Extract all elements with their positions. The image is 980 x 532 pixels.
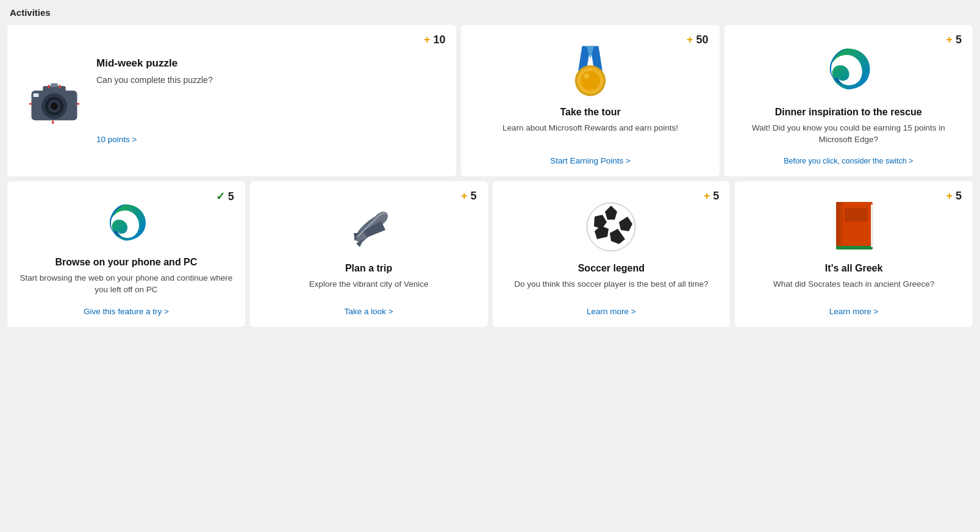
svg-rect-7	[48, 85, 50, 88]
card-body-greek: It's all Greek What did Socrates teach i…	[746, 254, 962, 296]
svg-point-19	[584, 74, 589, 79]
card-link-greek[interactable]: Learn more >	[829, 296, 879, 316]
svg-rect-30	[845, 208, 868, 221]
card-body-tour: Take the tour Learn about Microsoft Rewa…	[476, 98, 704, 145]
svg-point-5	[51, 102, 58, 110]
points-badge-greek: + 5	[946, 190, 962, 203]
card-title-dinner: Dinner inspiration to the rescue	[775, 107, 922, 118]
card-link-tour[interactable]: Start Earning Points >	[550, 145, 631, 165]
card-link-midweek[interactable]: 10 points >	[96, 86, 137, 144]
card-title-greek: It's all Greek	[825, 263, 883, 274]
card-link-dinner[interactable]: Before you click, consider the switch >	[784, 146, 913, 165]
card-desc-browse: Start browsing the web on your phone and…	[18, 273, 234, 296]
card-desc-dinner: Wait! Did you know you could be earning …	[739, 123, 958, 146]
card-desc-greek: What did Socrates teach in ancient Greec…	[773, 279, 934, 290]
svg-rect-32	[871, 204, 873, 247]
card-title-browse: Browse on your phone and PC	[55, 257, 197, 268]
points-badge-midweek: + 10	[424, 34, 446, 46]
card-plan-trip: + 5 Plan a trip Explore the vibrant city…	[250, 181, 488, 327]
svg-rect-6	[34, 93, 39, 97]
card-desc-soccer: Do you think this soccer player is the b…	[514, 279, 708, 290]
svg-rect-12	[51, 83, 58, 87]
points-badge-tour: + 50	[687, 34, 709, 46]
card-body-soccer: Soccer legend Do you think this soccer p…	[504, 254, 720, 296]
points-badge-soccer: + 5	[704, 190, 720, 203]
card-desc-midweek: Can you complete this puzzle?	[96, 74, 213, 87]
points-badge-trip: + 5	[461, 190, 477, 203]
points-badge-dinner: + 5	[946, 34, 962, 46]
card-dinner-inspiration: + 5 D	[724, 25, 973, 176]
card-all-greek: + 5 It's all Greek What did Socrates tea…	[735, 181, 973, 327]
card-body-browse: Browse on your phone and PC Start browsi…	[18, 248, 234, 296]
book-icon	[831, 200, 877, 254]
svg-rect-8	[59, 85, 61, 88]
svg-rect-33	[840, 204, 842, 247]
airplane-icon	[342, 200, 396, 254]
card-body-dinner: Dinner inspiration to the rescue Wait! D…	[739, 98, 958, 146]
card-title-midweek: Mid-week puzzle	[96, 57, 177, 70]
edge-logo-icon	[821, 43, 876, 98]
edge-small-icon	[102, 200, 151, 248]
points-badge-browse: ✓ 5	[216, 190, 234, 203]
svg-rect-1	[43, 86, 66, 95]
svg-rect-9	[29, 103, 32, 105]
card-desc-tour: Learn about Microsoft Rewards and earn p…	[503, 123, 678, 134]
card-soccer-legend: + 5 Soccer legend Do you think this socc…	[493, 181, 731, 327]
card-body-trip: Plan a trip Explore the vibrant city of …	[261, 254, 477, 296]
svg-rect-11	[52, 120, 54, 124]
card-title-trip: Plan a trip	[345, 263, 392, 274]
card-title-soccer: Soccer legend	[578, 263, 645, 274]
svg-point-18	[581, 71, 600, 90]
card-link-soccer[interactable]: Learn more >	[587, 296, 636, 316]
svg-rect-10	[77, 103, 80, 105]
card-link-browse[interactable]: Give this feature a try >	[84, 296, 169, 316]
card-desc-trip: Explore the vibrant city of Venice	[309, 279, 429, 290]
card-title-tour: Take the tour	[560, 107, 620, 118]
card-content-midweek: Mid-week puzzle Can you complete this pu…	[96, 57, 213, 145]
card-mid-week-puzzle: + 10	[7, 25, 456, 176]
camera-icon	[27, 73, 82, 128]
medal-icon	[563, 43, 618, 98]
soccer-ball-icon	[584, 200, 638, 254]
card-link-trip[interactable]: Take a look >	[345, 296, 393, 316]
card-take-the-tour: + 50 Take the tour Learn about Microsoft	[461, 25, 719, 176]
card-browse-phone-pc: ✓ 5 Browse on your phone and	[7, 181, 245, 327]
page-title: Activities	[7, 7, 973, 18]
